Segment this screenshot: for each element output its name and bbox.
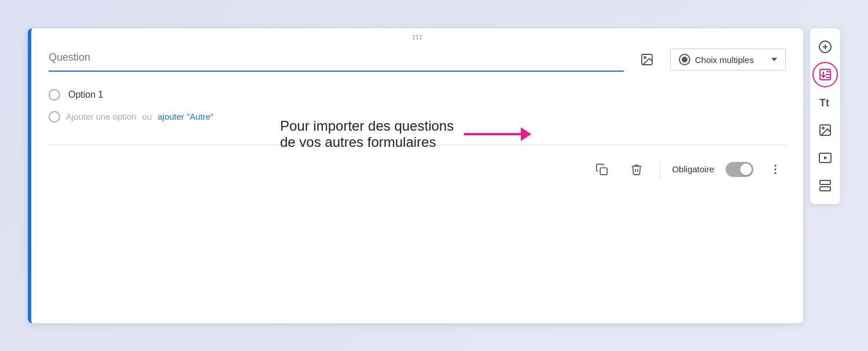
svg-point-2 bbox=[420, 35, 422, 36]
svg-point-24 bbox=[822, 127, 824, 129]
svg-rect-27 bbox=[820, 180, 830, 184]
option-radio-1 bbox=[49, 89, 60, 101]
question-type-dropdown[interactable]: Choix multiples bbox=[670, 49, 786, 71]
import-question-button[interactable] bbox=[812, 62, 838, 87]
footer-divider bbox=[660, 161, 660, 178]
toggle-knob bbox=[740, 164, 752, 175]
svg-text:Tt: Tt bbox=[819, 97, 829, 109]
svg-rect-10 bbox=[601, 168, 608, 175]
svg-marker-26 bbox=[824, 156, 827, 160]
card-body: Option 1 Ajouter une option ou ajouter "… bbox=[31, 72, 803, 139]
svg-point-4 bbox=[417, 38, 418, 39]
obligatoire-label: Obligatoire bbox=[672, 164, 714, 174]
add-option-radio bbox=[49, 111, 60, 123]
svg-point-5 bbox=[420, 38, 422, 39]
add-video-button[interactable] bbox=[812, 145, 838, 171]
question-input-area bbox=[49, 48, 624, 72]
obligatoire-toggle[interactable] bbox=[726, 162, 753, 177]
option-row-1: Option 1 bbox=[49, 83, 786, 106]
option-1-text: Option 1 bbox=[68, 90, 103, 100]
delete-button[interactable] bbox=[625, 158, 648, 181]
copy-button[interactable] bbox=[590, 158, 613, 181]
card-divider bbox=[49, 145, 786, 145]
svg-point-3 bbox=[413, 38, 415, 39]
card-top: Choix multiples bbox=[31, 42, 803, 72]
sidebar: Tt bbox=[810, 28, 840, 204]
add-question-button[interactable] bbox=[812, 34, 838, 60]
radio-icon bbox=[679, 54, 690, 65]
question-card: Choix multiples Option 1 Ajouter une opt… bbox=[28, 28, 803, 323]
svg-point-11 bbox=[774, 164, 776, 166]
more-options-button[interactable] bbox=[765, 159, 786, 180]
svg-point-13 bbox=[774, 172, 776, 173]
add-section-button[interactable] bbox=[812, 173, 838, 198]
add-image-to-question-button[interactable] bbox=[635, 48, 659, 71]
add-autre-link[interactable]: ajouter "Autre" bbox=[157, 112, 214, 121]
question-input[interactable] bbox=[49, 48, 624, 67]
add-option-row: Ajouter une option ou ajouter "Autre" bbox=[49, 106, 786, 127]
svg-point-7 bbox=[644, 57, 646, 58]
svg-point-1 bbox=[417, 35, 418, 36]
type-dropdown-label: Choix multiples bbox=[695, 55, 754, 65]
svg-point-0 bbox=[413, 35, 415, 36]
chevron-down-icon bbox=[771, 58, 777, 61]
svg-point-12 bbox=[774, 168, 776, 170]
add-image-button[interactable] bbox=[812, 117, 838, 143]
svg-rect-28 bbox=[820, 187, 830, 191]
add-title-button[interactable]: Tt bbox=[812, 90, 838, 115]
add-option-text[interactable]: Ajouter une option bbox=[66, 112, 137, 121]
drag-handle[interactable] bbox=[31, 28, 803, 42]
card-footer: Obligatoire bbox=[31, 151, 803, 193]
ou-text: ou bbox=[142, 112, 152, 121]
